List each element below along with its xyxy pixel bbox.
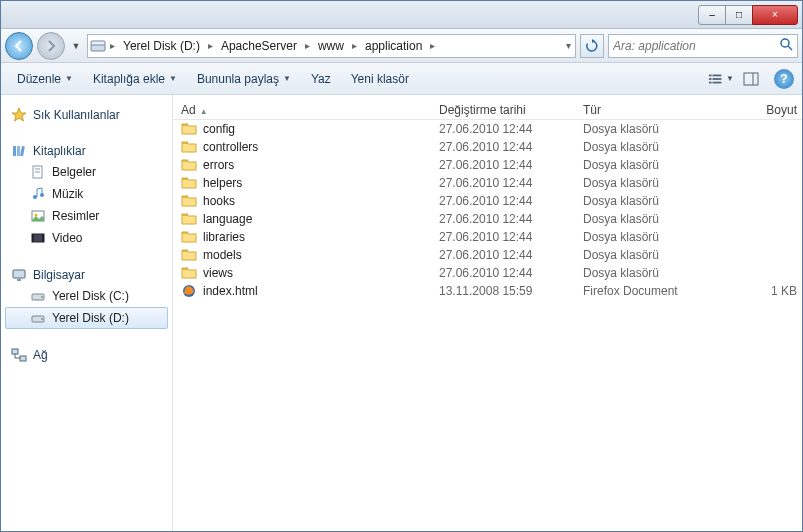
sidebar-item-pictures[interactable]: Resimler [5,205,168,227]
history-dropdown[interactable]: ▼ [69,35,83,57]
music-icon [30,186,46,202]
back-button[interactable] [5,32,33,60]
sidebar-item-documents[interactable]: Belgeler [5,161,168,183]
computer-icon [11,267,27,283]
refresh-button[interactable] [580,34,604,58]
svg-rect-9 [712,81,721,83]
column-name[interactable]: Ad▲ [181,103,439,117]
breadcrumb-seg-0[interactable]: Yerel Disk (D:) [117,35,206,57]
search-icon[interactable] [779,37,793,54]
sidebar-libraries[interactable]: Kitaplıklar [5,141,168,161]
file-name-cell: hooks [181,193,439,209]
file-name: index.html [203,284,258,298]
sidebar-network[interactable]: Ağ [5,345,168,365]
add-to-library-menu[interactable]: Kitaplığa ekle▼ [85,68,185,90]
file-row[interactable]: index.html13.11.2008 15:59Firefox Docume… [173,282,802,300]
maximize-button[interactable]: □ [725,5,753,25]
column-size[interactable]: Boyut [737,103,797,117]
file-name-cell: models [181,247,439,263]
sidebar-item-music[interactable]: Müzik [5,183,168,205]
search-input[interactable] [613,39,779,53]
sidebar-drive-d[interactable]: Yerel Disk (D:) [5,307,168,329]
file-modified: 27.06.2010 12:44 [439,122,583,136]
file-row[interactable]: language27.06.2010 12:44Dosya klasörü [173,210,802,228]
sidebar-item-label: Bilgisayar [33,268,85,282]
svg-rect-1 [91,41,105,45]
svg-rect-24 [42,234,44,242]
file-row[interactable]: views27.06.2010 12:44Dosya klasörü [173,264,802,282]
sidebar-item-label: Yerel Disk (D:) [52,311,129,325]
folder-icon [181,139,197,155]
breadcrumb-sep[interactable]: ▸ [108,40,117,51]
column-type[interactable]: Tür [583,103,737,117]
file-name-cell: index.html [181,283,439,299]
file-type: Firefox Document [583,284,737,298]
folder-icon [181,157,197,173]
close-button[interactable]: × [752,5,798,25]
chevron-down-icon: ▼ [283,74,291,83]
file-name-cell: helpers [181,175,439,191]
firefox-icon [181,283,197,299]
chevron-down-icon: ▼ [169,74,177,83]
file-name: helpers [203,176,242,190]
sidebar-computer[interactable]: Bilgisayar [5,265,168,285]
sidebar-item-label: Müzik [52,187,83,201]
folder-icon [181,211,197,227]
file-modified: 27.06.2010 12:44 [439,266,583,280]
file-modified: 27.06.2010 12:44 [439,194,583,208]
view-options-button[interactable]: ▼ [708,68,734,90]
burn-button[interactable]: Yaz [303,68,339,90]
breadcrumb-sep[interactable]: ▸ [350,40,359,51]
libraries-icon [11,143,27,159]
file-name: config [203,122,235,136]
sidebar-item-videos[interactable]: Video [5,227,168,249]
folder-icon [181,121,197,137]
file-row[interactable]: hooks27.06.2010 12:44Dosya klasörü [173,192,802,210]
breadcrumb-seg-3[interactable]: application [359,35,428,57]
breadcrumb-history-icon[interactable]: ▾ [564,40,573,51]
sidebar-drive-c[interactable]: Yerel Disk (C:) [5,285,168,307]
breadcrumb-seg-2[interactable]: www [312,35,350,57]
titlebar: – □ × [1,1,802,29]
file-name-cell: libraries [181,229,439,245]
minimize-button[interactable]: – [698,5,726,25]
breadcrumb-sep[interactable]: ▸ [206,40,215,51]
folder-icon [181,265,197,281]
file-modified: 27.06.2010 12:44 [439,248,583,262]
file-row[interactable]: helpers27.06.2010 12:44Dosya klasörü [173,174,802,192]
document-icon [30,164,46,180]
search-box[interactable] [608,34,798,58]
folder-icon [181,247,197,263]
file-name-cell: controllers [181,139,439,155]
column-modified[interactable]: Değiştirme tarihi [439,103,583,117]
svg-rect-8 [709,81,712,83]
network-icon [11,347,27,363]
breadcrumb-sep[interactable]: ▸ [428,40,437,51]
file-row[interactable]: config27.06.2010 12:44Dosya klasörü [173,120,802,138]
file-type: Dosya klasörü [583,212,737,226]
sidebar-favorites[interactable]: Sık Kullanılanlar [5,105,168,125]
file-row[interactable]: controllers27.06.2010 12:44Dosya klasörü [173,138,802,156]
file-row[interactable]: models27.06.2010 12:44Dosya klasörü [173,246,802,264]
organize-menu[interactable]: Düzenle▼ [9,68,81,90]
file-row[interactable]: errors27.06.2010 12:44Dosya klasörü [173,156,802,174]
breadcrumb-seg-1[interactable]: ApacheServer [215,35,303,57]
svg-rect-23 [32,234,34,242]
breadcrumb[interactable]: ▸ Yerel Disk (D:) ▸ ApacheServer ▸ www ▸… [87,34,576,58]
svg-point-28 [41,296,43,298]
file-name-cell: language [181,211,439,227]
chevron-down-icon: ▼ [726,74,734,83]
file-row[interactable]: libraries27.06.2010 12:44Dosya klasörü [173,228,802,246]
breadcrumb-sep[interactable]: ▸ [303,40,312,51]
video-icon [30,230,46,246]
file-type: Dosya klasörü [583,266,737,280]
svg-rect-32 [20,356,26,361]
forward-button[interactable] [37,32,65,60]
help-button[interactable]: ? [774,69,794,89]
svg-point-18 [33,195,37,199]
share-menu[interactable]: Bununla paylaş▼ [189,68,299,90]
new-folder-button[interactable]: Yeni klasör [343,68,417,90]
preview-pane-button[interactable] [738,68,764,90]
sidebar-item-label: Sık Kullanılanlar [33,108,120,122]
file-name: errors [203,158,234,172]
